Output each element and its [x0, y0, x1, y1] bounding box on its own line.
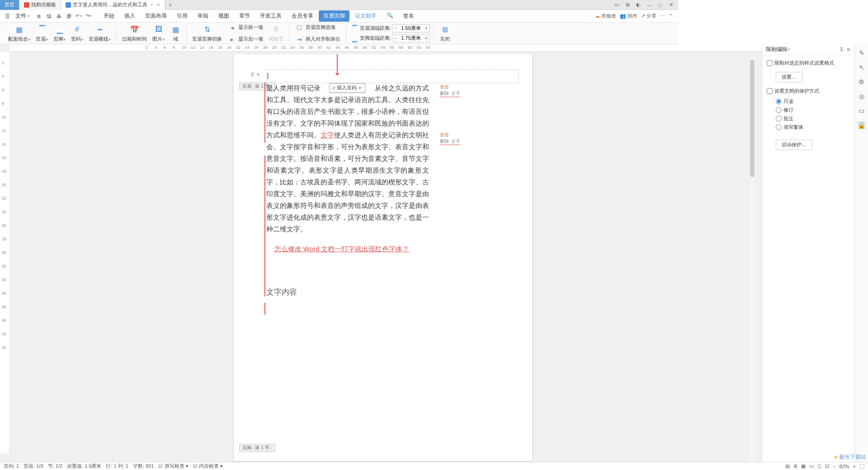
header-icon: ▔: [37, 24, 47, 35]
close-window-icon[interactable]: ✕: [667, 1, 675, 9]
file-menu[interactable]: 文件▾: [13, 12, 32, 20]
close-hf-icon: ⊠: [439, 24, 450, 35]
body-text: 从传之久远的方式和工具。现代文字大多是记录语言的工具。人类往往先有口头的语言后产…: [266, 84, 429, 139]
revision-mark: [264, 82, 265, 143]
picture-btn[interactable]: 🖼图片▾: [151, 23, 166, 43]
layout-icon[interactable]: ▭: [613, 1, 620, 9]
ruler-vertical[interactable]: 2468101214161820222426283032343638404244: [0, 52, 10, 367]
tab-devtools[interactable]: 开发工具: [255, 10, 286, 22]
titlebar: 首页 找稻壳模板 文字是人类用符…远的方式和工具•✕ + ▭ ⊞ ◐ — □ ✕: [0, 0, 678, 10]
more-icon[interactable]: ⋯: [660, 13, 665, 19]
tab-home[interactable]: 首页: [0, 0, 19, 10]
revision-balloon[interactable]: 荟荟删除: 文字: [440, 132, 461, 145]
link-icon: ⎘: [271, 24, 282, 35]
datetime-btn[interactable]: 📅日期和时间: [120, 23, 149, 43]
footer-btn[interactable]: ▁页脚▾: [52, 23, 67, 43]
tab-icon: ⇥: [295, 35, 304, 44]
dec-bot[interactable]: −: [392, 35, 399, 42]
field-btn[interactable]: ▦域: [168, 23, 183, 43]
revision-balloon[interactable]: 荟荟删除: 文字: [440, 84, 461, 97]
content-heading: 文字内容: [266, 287, 429, 298]
coop-btn[interactable]: 👥协作: [620, 13, 637, 19]
people-icon: 👥: [620, 13, 626, 19]
tab-add[interactable]: +: [165, 1, 176, 9]
tab-header-footer[interactable]: 页眉页脚: [319, 10, 349, 22]
toggle-hf-btn[interactable]: ⇅页眉页脚切换: [190, 23, 224, 43]
tracked-insert: 文字: [321, 131, 334, 139]
hf-options-btn[interactable]: ☐页眉页脚选项: [293, 22, 342, 33]
tab-pagelayout[interactable]: 页面布局: [141, 10, 171, 22]
header-top-distance: ▔ 页眉顶端距离: −+: [350, 24, 430, 33]
save-icon[interactable]: 🖫: [45, 12, 53, 20]
maximize-icon[interactable]: □: [656, 1, 664, 9]
tab-modified-dot: •: [151, 2, 153, 7]
share-icon: ↗: [641, 13, 645, 19]
text-cursor: [268, 73, 268, 79]
header-edit-zone[interactable]: [266, 70, 519, 83]
search-icon[interactable]: 🔍: [382, 10, 398, 22]
undo-icon[interactable]: ↶▾: [75, 12, 83, 20]
top-distance-input[interactable]: [399, 26, 423, 31]
dist-bot-icon: ▁: [350, 34, 359, 43]
grid-icon[interactable]: ⊞: [624, 1, 631, 9]
tab-thesis[interactable]: 论文助手: [350, 10, 381, 22]
document-body[interactable]: 是人类用符号记录表达和传播信息以从传之久远的方式和工具。现代文字大多是记录语言的…: [266, 82, 429, 298]
next-icon: ▸: [227, 35, 236, 44]
tab-member[interactable]: 会员专享: [287, 10, 318, 22]
tab-start[interactable]: 开始: [99, 10, 119, 22]
field-icon: ▦: [170, 24, 181, 35]
dec-top[interactable]: −: [392, 25, 399, 32]
print-preview-icon[interactable]: 🗐: [65, 12, 73, 20]
body-text: 使人类进入有历史记录的文明社会。文字按字音和字形，可分为表形文字、表音文字和意音…: [266, 131, 429, 233]
tab-templates[interactable]: 找稻壳模板: [19, 0, 61, 10]
page-1[interactable]: 🗎 ▾ #插入页码▼ 页眉 - 第 1 节 - 是人类用符号记录表达和传播信息以…: [234, 54, 532, 367]
picture-icon: 🖼: [153, 24, 164, 35]
dist-top-icon: ▔: [350, 24, 359, 33]
combo-icon: ▦: [14, 24, 25, 35]
redo-icon[interactable]: ↷▾: [85, 12, 93, 20]
red-hyperlink[interactable]: 怎么修改 Word 文档一打字就出现红色字体？: [274, 243, 429, 255]
doc-icon: [66, 2, 71, 8]
tab-references[interactable]: 引用: [172, 10, 192, 22]
skin-icon[interactable]: ◐: [635, 1, 642, 9]
toggle-icon: ⇅: [202, 24, 212, 35]
calendar-icon: 📅: [129, 24, 140, 35]
collapse-ribbon-icon[interactable]: ⌃: [669, 13, 673, 19]
page-header-icon: 🗎 ▾: [250, 71, 259, 78]
print-icon[interactable]: 🖶: [55, 12, 63, 20]
cloud-icon: ☁: [595, 13, 600, 19]
workspace: 2468101214161820222426283032343638404244…: [0, 44, 678, 367]
tab-document[interactable]: 文字是人类用符…远的方式和工具•✕: [61, 0, 165, 10]
hamburger-icon[interactable]: ☰: [3, 12, 12, 21]
pagenum-icon: #: [72, 24, 83, 35]
minimize-icon[interactable]: —: [646, 1, 653, 9]
pagenum-btn[interactable]: #页码▾: [69, 23, 85, 43]
header-line-btn[interactable]: ━页眉横线▾: [87, 23, 113, 43]
tab-review[interactable]: 审阅: [193, 10, 213, 22]
show-prev-btn[interactable]: ◂显示前一项: [226, 22, 265, 33]
footer-icon: ▁: [54, 24, 65, 35]
has-changes[interactable]: ☁有修改: [595, 13, 616, 19]
ruler-horizontal[interactable]: 2468101214161820222426283032343638404244…: [10, 44, 678, 52]
tab-section[interactable]: 章节: [235, 10, 255, 22]
signature-btn[interactable]: 签名: [399, 10, 419, 22]
bot-distance-input[interactable]: [399, 36, 423, 41]
new-doc-icon[interactable]: 🗎: [35, 12, 43, 20]
template-icon: [24, 2, 29, 8]
inc-bot[interactable]: +: [423, 35, 429, 42]
combo-btn[interactable]: ▦配套组合▾: [6, 23, 32, 43]
tab-insert[interactable]: 插入: [120, 10, 140, 22]
options-icon: ☐: [295, 23, 304, 32]
menubar: ☰ 文件▾ 🗎 🖫 🖶 🗐 ↶▾ ↷▾ 开始 插入 页面布局 引用 审阅 视图 …: [0, 10, 678, 23]
inc-top[interactable]: +: [423, 25, 429, 32]
link-prev-btn[interactable]: ⎘同前节: [267, 23, 285, 43]
body-text: 是人类用符号记录: [266, 84, 321, 92]
show-next-btn[interactable]: ▸显示后一项: [226, 34, 265, 45]
close-hf-btn[interactable]: ⊠关闭: [438, 23, 452, 43]
insert-tab-btn[interactable]: ⇥插入对齐制表位: [293, 34, 342, 45]
share-btn[interactable]: ↗分享: [641, 13, 656, 19]
document-scroll[interactable]: 🗎 ▾ #插入页码▼ 页眉 - 第 1 节 - 是人类用符号记录表达和传播信息以…: [10, 52, 678, 367]
tab-close-icon[interactable]: ✕: [156, 2, 160, 7]
tab-view[interactable]: 视图: [214, 10, 234, 22]
header-btn[interactable]: ▔页眉▾: [34, 23, 50, 43]
